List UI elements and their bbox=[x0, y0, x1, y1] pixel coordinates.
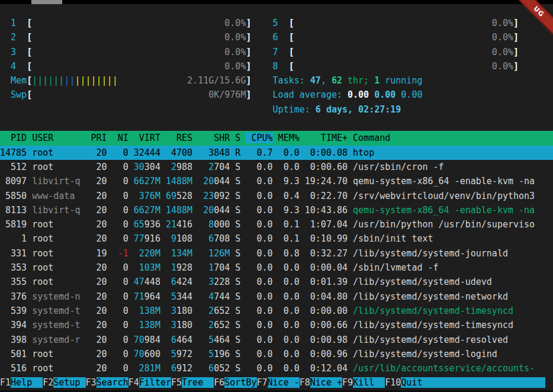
htop-output: 1 [ 0.0%] 5 [ 0.0%] 2 [ 0.0%] 6 [ 0.0%] … bbox=[0, 16, 553, 390]
process-row-501[interactable]: 501 root 20 0 70600 5972 5196 S 0.0 0.0 … bbox=[0, 347, 553, 361]
cpu-meter-row-4-8: 4 [ 0.0%] 8 [ 0.0%] bbox=[0, 59, 553, 73]
cpu-meter-row-2-6: 2 [ 0.0%] 6 [ 0.0%] bbox=[0, 30, 553, 44]
process-row-539[interactable]: 539 systemd-t 20 0 138M 3180 2652 S 0.0 … bbox=[0, 304, 553, 318]
fkey-f5-button[interactable]: F5Tree bbox=[171, 377, 214, 388]
swap-meter-and-load: Swp[ 0K/976M] Load average: 0.00 0.00 0.… bbox=[0, 88, 553, 102]
fkey-f3-button[interactable]: F3Search bbox=[86, 377, 128, 388]
fkey-action-label: Search bbox=[97, 377, 128, 388]
process-row-8113[interactable]: 8113 libvirt-q 20 0 6627M 1488M 20044 S … bbox=[0, 203, 553, 217]
fkey-label: F8 bbox=[300, 377, 310, 388]
top-window-strip bbox=[0, 0, 553, 4]
fkey-f7-button[interactable]: F7Nice - bbox=[257, 377, 300, 388]
fkey-f1-button[interactable]: F1Help bbox=[0, 377, 43, 388]
fkey-f8-button[interactable]: F8Nice + bbox=[300, 377, 342, 388]
process-row-5850[interactable]: 5850 www-data 20 0 376M 69528 23092 S 0.… bbox=[0, 189, 553, 203]
cpu-meter-row-1-5: 1 [ 0.0%] 5 [ 0.0%] bbox=[0, 16, 553, 30]
debug-ribbon-label: UG bbox=[515, 0, 553, 38]
process-row-516[interactable]: 516 root 20 0 281M 6912 6052 S 0.0 0.0 0… bbox=[0, 361, 553, 375]
fkey-f6-button[interactable]: F6SortBy bbox=[214, 377, 256, 388]
process-row-5819[interactable]: 5819 root 20 0 65936 21416 8000 S 0.0 0.… bbox=[0, 217, 553, 232]
fkey-label: F7 bbox=[257, 377, 268, 388]
fkey-label: F10 bbox=[385, 377, 401, 388]
process-row-1[interactable]: 1 root 20 0 77916 9108 6708 S 0.0 0.1 0:… bbox=[0, 232, 553, 246]
process-row-8097[interactable]: 8097 libvirt-q 20 0 6627M 1488M 20044 S … bbox=[0, 174, 553, 188]
htop-screen: { "colors": { "terminal_bg": "#1e1e1e", … bbox=[0, 0, 553, 392]
fkey-label: F5 bbox=[171, 377, 182, 388]
process-row-355[interactable]: 355 root 20 0 47448 6424 3228 S 0.0 0.0 … bbox=[0, 275, 553, 289]
fkey-action-label: SortBy bbox=[224, 377, 256, 388]
fkey-f10-button[interactable]: F10Quit bbox=[385, 377, 422, 388]
terminal: 1 [ 0.0%] 5 [ 0.0%] 2 [ 0.0%] 6 [ 0.0%] … bbox=[0, 4, 553, 390]
fkey-action-label: Help bbox=[11, 377, 43, 388]
window-tab-fragment bbox=[31, 0, 62, 4]
process-table-header[interactable]: PID USER PRI NI VIRT RES SHR S CPU% MEM%… bbox=[0, 131, 553, 145]
fkey-label: F3 bbox=[86, 377, 97, 388]
fkey-action-label: Setup bbox=[53, 377, 85, 388]
fkey-action-label: Filter bbox=[139, 377, 171, 388]
memory-meter-and-tasks: Mem[|||||||||||||||| 2.11G/15.6G] Tasks:… bbox=[0, 73, 553, 88]
fkey-label: F2 bbox=[43, 377, 53, 388]
uptime-row: Uptime: 6 days, 02:27:19 bbox=[0, 102, 553, 117]
function-key-bar: F1Help F2Setup F3SearchF4FilterF5Tree F6… bbox=[0, 375, 553, 390]
process-row-398[interactable]: 398 systemd-r 20 0 70984 6464 5464 S 0.0… bbox=[0, 333, 553, 347]
fkey-action-label: Nice - bbox=[268, 377, 300, 388]
fkey-label: F6 bbox=[214, 377, 224, 388]
fkey-label: F9 bbox=[342, 377, 353, 388]
process-row-394[interactable]: 394 systemd-t 20 0 138M 3180 2652 S 0.0 … bbox=[0, 318, 553, 332]
fkey-f2-button[interactable]: F2Setup bbox=[43, 377, 85, 388]
process-row-353[interactable]: 353 root 20 0 103M 1928 1704 S 0.0 0.0 0… bbox=[0, 261, 553, 275]
fkey-action-label: Tree bbox=[182, 377, 214, 388]
cpu-meter-row-3-7: 3 [ 0.0%] 7 [ 0.0%] bbox=[0, 45, 553, 59]
debug-ribbon: UG bbox=[515, 0, 553, 38]
fkey-action-label: Quit bbox=[401, 377, 422, 388]
fkey-label: F1 bbox=[0, 377, 11, 388]
blank-row bbox=[0, 117, 553, 131]
process-row-512[interactable]: 512 root 20 0 30304 2988 2704 S 0.0 0.0 … bbox=[0, 160, 553, 174]
fkey-action-label: Kill bbox=[353, 377, 385, 388]
fkey-f4-button[interactable]: F4Filter bbox=[128, 377, 171, 388]
fkey-action-label: Nice + bbox=[310, 377, 342, 388]
process-row-376[interactable]: 376 systemd-n 20 0 71964 5344 4744 S 0.0… bbox=[0, 290, 553, 304]
process-row-331[interactable]: 331 root 19 -1 220M 134M 126M S 0.0 0.8 … bbox=[0, 246, 553, 261]
process-row-14785[interactable]: 14785 root 20 0 32444 4700 3848 R 0.7 0.… bbox=[0, 146, 553, 160]
fkey-f9-button[interactable]: F9Kill bbox=[342, 377, 385, 388]
fkey-label: F4 bbox=[128, 377, 139, 388]
